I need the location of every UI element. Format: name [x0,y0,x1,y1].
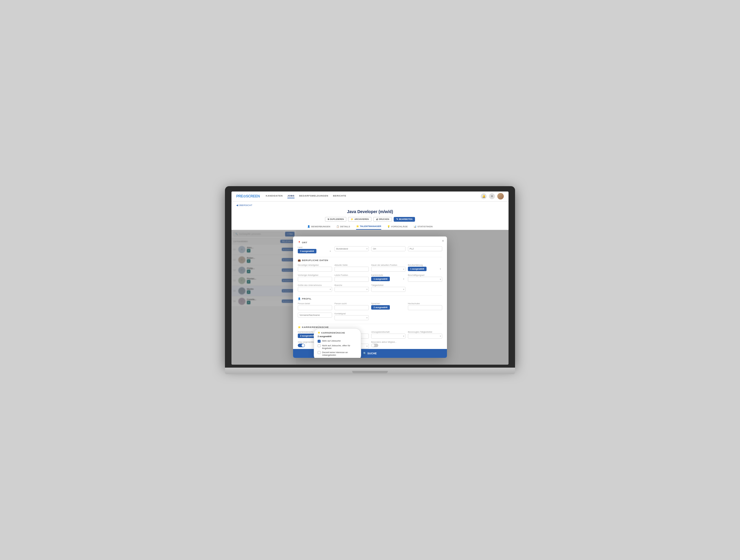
tab-talentmanager[interactable]: ⭐ TALENTMANAGER [356,223,381,230]
hochschulen-field: Hochschulen [408,302,442,310]
option-aktiv-checkbox[interactable] [317,340,320,343]
logo-screen: SCREEN [246,194,260,198]
kontaktgrad-wrapper[interactable] [335,315,369,320]
unternehmensgroesse-wrapper[interactable] [298,287,332,292]
nav-kandidaten[interactable]: KANDIDATEN [266,194,283,198]
arbeitgeber-input[interactable] [298,267,332,272]
tab-statistiken[interactable]: 📊 STATISTIKEN [413,223,433,230]
vorheriger-input[interactable] [298,277,332,282]
letzte-position-label: Letzte Position [335,274,369,276]
tab-bewerbungen[interactable]: 👤 BEWERBUNGEN [307,223,330,230]
modal-close-button[interactable]: × [442,239,444,243]
dauer-wrapper[interactable] [371,267,405,272]
branche-field: Branche [335,284,369,292]
karrierestufe-badge[interactable]: 1 ausgewählt [371,277,390,281]
profil-section: 👤 PROFIL Person bietet [298,297,442,320]
tab-vorschlaege[interactable]: 💡 VORSCHLÄGE [387,223,407,230]
berufserfahrung-badge[interactable]: 1 ausgewählt [408,267,427,271]
land-badge[interactable]: 3 ausgewählt [298,249,316,253]
notifications-icon[interactable]: 🔔 [481,193,487,199]
bundesland-wrapper[interactable] [335,246,369,251]
branche-select[interactable] [335,287,369,292]
job-header: ◀ ÜBERSICHT Java Developer (m/w/d) ⧉ DUP… [232,202,508,230]
kontaktgrad-field: Kontaktgrad [335,312,369,320]
person-bietet-input[interactable] [298,305,332,310]
app-container: PRE⊙SCREEN KANDIDATEN JOBS BEDARFSMELDUN… [232,191,508,365]
tab-details[interactable]: 📋 DETAILS [336,223,350,230]
besonders-toggle-wrapper [371,344,405,347]
option-aktiv-label: Aktiv auf Jobsuche [322,340,341,342]
beschaeftigungsart-select[interactable] [408,277,442,282]
profil-header: 👤 PROFIL [298,297,442,300]
dropdown-title: ⭐ KARRIEREWÜNSCHE [317,332,357,334]
duplicate-button[interactable]: ⧉ DUPLIZIEREN [325,217,347,222]
archive-button[interactable]: 📁 ARCHIVIEREN [348,217,371,222]
bevorzugtes-taetigkeitsfeld-field: Bevorzugtes Tätigkeitsfeld [408,331,442,339]
plz-input[interactable] [408,246,442,251]
dropdown-option-nicht[interactable]: Nicht auf Jobsuche, offen für Angebote [317,344,357,350]
option-nicht-label: Nicht auf Jobsuche, offen für Angebote [322,344,357,350]
ort-header: 📍 ORT [298,241,442,244]
person-sucht-field: Person sucht [335,302,369,310]
beruf-row1: Derzeitiger Arbeitgeber Aktuelle Stelle [298,264,442,272]
modal-overlay[interactable]: × 📍 ORT [232,230,508,365]
letzte-position-input[interactable] [335,277,369,282]
person-sucht-input[interactable] [335,305,369,310]
user-avatar[interactable] [497,193,504,199]
branche-wrapper[interactable] [335,287,369,292]
settings-icon[interactable]: ⚙ [489,193,495,199]
aktuelle-stelle-input[interactable] [335,267,369,272]
modal-search-button[interactable]: 🔍 SUCHE [363,352,376,355]
edit-button[interactable]: ✎ BEARBEITEN [394,217,415,222]
besonders-label: Besonders aktive Mitglied... [371,341,405,343]
vorname-input[interactable] [298,312,332,317]
dropdown-option-kein[interactable]: Derzeit keine Interesse an Jobangeboten [317,351,357,356]
bevorzugtes-wrapper[interactable] [408,334,442,339]
land-field: Land 3 ausgewählt [298,246,332,253]
laptop-notch [352,371,388,373]
dauer-select[interactable] [371,267,405,272]
unternehmensgroesse-label: Größe des Unternehmens [298,284,332,286]
berufserfahrung-wrapper[interactable]: 1 ausgewählt [408,267,442,271]
besonders-toggle[interactable] [371,344,378,347]
bundesland-input[interactable] [335,246,369,251]
taetigkeitsfeld-wrapper[interactable] [371,287,405,292]
berufserfahrung-field: Berufserfahrung 1 ausgewählt [408,264,442,271]
xing-vorgemerkte-toggle[interactable] [298,344,305,347]
karrierestufe-label: Karrierestufe [371,274,405,276]
back-link[interactable]: ◀ ÜBERSICHT [236,204,252,207]
nav-berichte[interactable]: BERICHTE [333,194,346,198]
hochschulen-label: Hochschulen [408,302,442,304]
beschaeftigungsart-wrapper[interactable] [408,277,442,282]
umzugsbereitschaft-wrapper[interactable] [371,334,405,339]
bevorzugtes-select[interactable] [408,334,442,339]
nav-right: 🔔 ⚙ [481,193,504,199]
branche-label: Branche [335,284,369,286]
ort-input[interactable] [371,246,405,251]
dropdown-option-aktiv[interactable]: Aktiv auf Jobsuche [317,340,357,343]
besonders-aktive-field: Besonders aktive Mitglied... [371,341,405,347]
option-kein-checkbox[interactable] [317,351,320,354]
hochschulen-input[interactable] [408,305,442,310]
taetigkeitsfeld-select[interactable] [371,287,405,292]
nav-jobs[interactable]: JOBS [287,194,294,198]
umzugsbereitschaft-select[interactable] [371,334,405,339]
kontaktgrad-label: Kontaktgrad [335,312,369,315]
ort-form-row: Land 3 ausgewählt [298,246,442,253]
taetigkeitsfeld-field: Tätigkeitsfeld [371,284,405,292]
search-modal: × 📍 ORT [293,237,447,358]
land-select-wrapper[interactable]: 3 ausgewählt [298,249,332,253]
option-nicht-checkbox[interactable] [317,344,320,347]
kontaktgrad-select[interactable] [335,315,369,320]
unternehmensgroesse-select[interactable] [298,287,332,292]
vorname-field [298,312,332,317]
karrierestufe-wrapper[interactable]: 1 ausgewählt [371,277,405,281]
screen: PRE⊙SCREEN KANDIDATEN JOBS BEDARFSMELDUN… [232,191,508,365]
plz-field [408,246,442,251]
sprachen-badge[interactable]: 2 ausgewählt [371,305,390,309]
ort-title: ORT [302,241,307,244]
dropdown-selected-count: 2 ausgewählt [317,335,357,338]
print-button[interactable]: 🖨 DRUCKEN [373,217,392,222]
nav-bedarfsmeldungen[interactable]: BEDARFSMELDUNGEN [299,194,328,198]
aktuelle-stelle-label: Aktuelle Stelle [335,264,369,266]
